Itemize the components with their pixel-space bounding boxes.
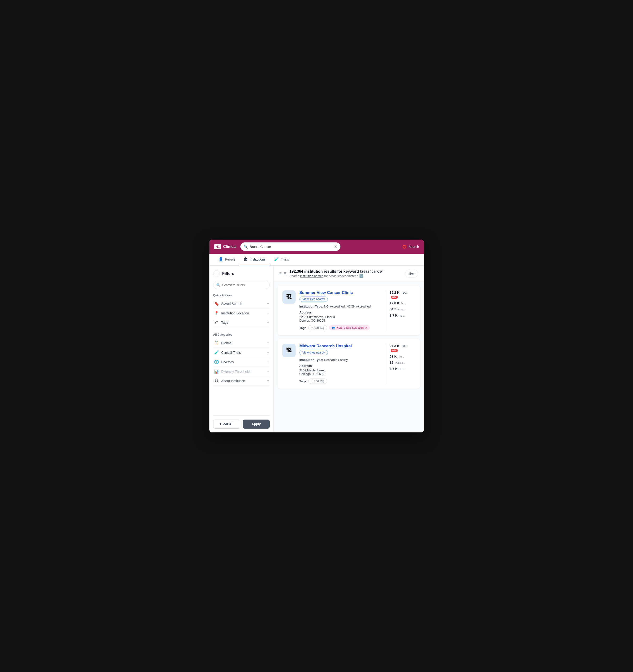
grid-view-icon[interactable]: ⊞ [283, 271, 286, 276]
search-icon: 🔍 [244, 245, 248, 249]
view-sites-button-summer-view[interactable]: View sites nearby [300, 296, 328, 302]
stat-value-4: 2.7 K [390, 313, 398, 317]
diversity-thresholds-icon: 📊 [214, 369, 219, 374]
people-icon: 👤 [219, 257, 223, 262]
filter-search-input[interactable] [222, 283, 267, 287]
tags-row-summer-view: Tags + Add Tag 👥 Noah's Site Selection ✕ [300, 325, 383, 330]
tab-people-label: People [225, 258, 236, 261]
add-tag-button-midwest-research[interactable]: + Add Tag [308, 379, 327, 384]
logo-mark: H1 [214, 244, 221, 249]
stat-row-4: 2.7 K HCI... [390, 313, 415, 317]
address-line2-summer-view: Denver, CO 80205 [300, 319, 383, 322]
nav-search-button[interactable]: ⭕ Search [402, 245, 419, 249]
filter-item-about-institution[interactable]: 🏛 About Institution ▾ [213, 377, 270, 386]
filter-item-claims[interactable]: 📋 Claims ▾ [213, 338, 270, 348]
stat-row-m3: 62 Trials o... [390, 360, 415, 365]
institution-card-midwest-research: 🏗 Midwest Research Hospital View sites n… [278, 339, 420, 388]
chevron-diversity: ▾ [267, 360, 269, 364]
stat-value-1: 35.2 K [390, 291, 400, 294]
stat-value-m1: 27.3 K [390, 344, 400, 348]
stat-badge-m1: U... [401, 345, 408, 348]
count-number: 192,364 [289, 269, 303, 273]
filters-header: ← Filters [213, 270, 270, 277]
address-midwest-research: 9102 Maple Street Chicago, IL 60612 [300, 368, 383, 376]
tab-trials-label: Trials [281, 258, 289, 261]
institution-names-link[interactable]: institution names [300, 274, 324, 278]
filter-item-institution-location[interactable]: 📍 Institution Location ▾ [213, 309, 270, 318]
results-text: institution results for keyword [304, 269, 360, 273]
address-line2-midwest-research: Chicago, IL 60612 [300, 372, 383, 376]
institution-card-summer-view: 🏗 Summer View Cancer Clinic View sites n… [278, 286, 420, 335]
card-body-midwest-research: Midwest Research Hospital View sites nea… [300, 344, 383, 384]
chevron-saved-search: ▾ [267, 302, 269, 305]
tag-chip-close[interactable]: ✕ [365, 326, 368, 330]
quick-access-label: Quick Access [213, 294, 270, 297]
sub-keyword: breast cancer [329, 274, 348, 278]
results-count: 192,364 institution results for keyword … [289, 269, 383, 274]
sidebar-filters: ← Filters 🔍 Quick Access 🔖 Saved Search … [209, 266, 274, 432]
tags-label-summer-view: Tags [300, 326, 306, 330]
stat-sub-m4: HCI... [399, 367, 405, 370]
chevron-institution-location: ▾ [267, 312, 269, 315]
tab-institutions[interactable]: 🏛 Institutions [240, 254, 270, 265]
view-sites-button-midwest-research[interactable]: View sites nearby [300, 350, 328, 355]
all-categories-label: All Categories [213, 333, 270, 336]
global-search-input[interactable] [250, 245, 332, 249]
stat-sub-2: Pr... [401, 302, 405, 305]
results-panel: ≡ ⊞ 192,364 institution results for keyw… [274, 266, 424, 432]
clear-all-button[interactable]: Clear All [213, 419, 240, 429]
tags-icon: 🏷 [214, 320, 219, 325]
saved-search-icon: 🔖 [214, 301, 219, 306]
clear-search-icon[interactable]: ✕ [334, 244, 337, 249]
chevron-clinical-trials: ▾ [267, 351, 269, 354]
filter-item-diversity[interactable]: 🌐 Diversity ▾ [213, 357, 270, 367]
results-subtext: Search institution names for breast canc… [289, 274, 383, 278]
tab-people[interactable]: 👤 People [214, 254, 240, 265]
institutions-icon: 🏛 [244, 257, 248, 262]
stat-badge-red-1: Whi [391, 295, 398, 299]
stat-sub-4: HCI... [399, 314, 405, 317]
address-summer-view: 2255 Summit Ave, Floor 3 Denver, CO 8020… [300, 315, 383, 322]
list-view-icon[interactable]: ≡ [279, 271, 282, 276]
institution-icon-midwest-research: 🏗 [282, 344, 296, 357]
stat-row-1: 35.2 K U... Whi [390, 290, 415, 299]
institution-icon-summer-view: 🏗 [282, 290, 296, 304]
global-search-bar: 🔍 ✕ [240, 242, 340, 251]
stat-sub-3: Trials o... [395, 308, 405, 311]
sort-button[interactable]: Sor [405, 270, 418, 278]
stat-value-m4: 3.7 K [390, 367, 398, 371]
tag-chip-label: Noah's Site Selection [336, 326, 363, 330]
stat-badge-red-m1: Whi [391, 349, 398, 352]
tab-institutions-label: Institutions [250, 258, 265, 261]
institution-type-label-2: Institution Type: [300, 358, 323, 362]
tag-chip-noahs-site: 👥 Noah's Site Selection ✕ [329, 325, 370, 330]
institution-title-midwest-research[interactable]: Midwest Research Hospital [300, 344, 383, 349]
institution-title-summer-view[interactable]: Summer View Cancer Clinic [300, 290, 383, 295]
card-body-summer-view: Summer View Cancer Clinic View sites nea… [300, 290, 383, 330]
apply-button[interactable]: Apply [243, 419, 270, 429]
search-circle-icon: ⭕ [402, 245, 406, 249]
institution-type-label: Institution Type: [300, 305, 323, 308]
tabs-bar: 👤 People 🏛 Institutions 🧪 Trials [209, 254, 424, 266]
view-icons: ≡ ⊞ [279, 271, 286, 276]
filter-item-tags[interactable]: 🏷 Tags ▾ [213, 318, 270, 327]
filter-search-bar: 🔍 [213, 281, 270, 289]
filter-label-about-institution: About Institution [221, 379, 245, 383]
card-stats-midwest-research: 27.3 K U... Whi 69 K Pro... 62 Trials o.… [387, 344, 415, 384]
add-tag-button-summer-view[interactable]: + Add Tag [308, 325, 327, 330]
results-keyword: breast cancer [360, 269, 383, 273]
tags-row-midwest-research: Tags + Add Tag [300, 379, 383, 384]
filter-label-institution-location: Institution Location [221, 311, 249, 315]
results-header: ≡ ⊞ 192,364 institution results for keyw… [274, 266, 424, 282]
address-label-summer-view: Address [300, 311, 383, 314]
tab-trials[interactable]: 🧪 Trials [270, 254, 293, 265]
institution-type-value-2: Research Facility [324, 358, 348, 362]
claims-icon: 📋 [214, 341, 219, 345]
filter-label-saved-search: Saved Search [221, 302, 242, 306]
filter-item-saved-search[interactable]: 🔖 Saved Search ▾ [213, 299, 270, 309]
back-button[interactable]: ← [213, 270, 220, 277]
filter-item-clinical-trials[interactable]: 🧪 Clinical Trials ▾ [213, 348, 270, 357]
filter-label-diversity-thresholds: Diversity Thresholds [221, 370, 252, 374]
chevron-tags: ▾ [267, 321, 269, 324]
stat-badge-1: U... [401, 291, 408, 294]
